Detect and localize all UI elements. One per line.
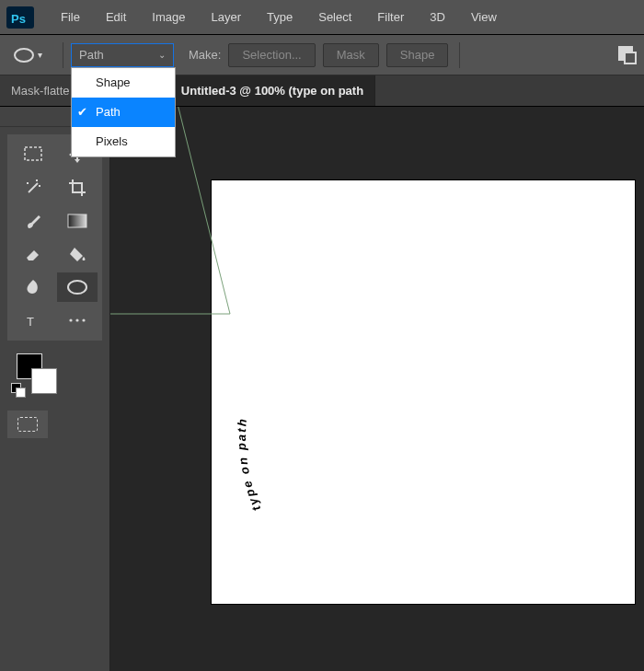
svg-text:Ps: Ps [11, 12, 26, 26]
ellipse-shape-tool[interactable] [57, 272, 98, 302]
more-tools[interactable] [57, 306, 98, 335]
paint-bucket-tool[interactable] [57, 239, 98, 269]
separator [459, 42, 460, 68]
color-swatches[interactable] [7, 352, 102, 403]
tab-label: Mask-flatte [11, 84, 70, 98]
path-operations-icon[interactable] [618, 46, 637, 64]
smudge-tool[interactable] [13, 272, 53, 302]
app-logo-icon: Ps [6, 6, 35, 29]
eraser-tool[interactable] [13, 239, 53, 269]
marquee-tool[interactable] [13, 140, 53, 169]
quick-mask-icon [17, 417, 38, 432]
svg-text:type on path: type on path [235, 417, 263, 514]
canvas-viewport[interactable]: type on path [110, 107, 644, 671]
workspace: « ≡ [0, 107, 644, 671]
tool-preset-picker[interactable]: ▾ [7, 42, 48, 68]
crop-tool[interactable] [57, 173, 98, 202]
menu-edit[interactable]: Edit [93, 0, 139, 35]
ellipse-icon [14, 48, 34, 63]
quick-mask-toggle[interactable] [7, 411, 48, 438]
tool-mode-option-pixels[interactable]: Pixels [72, 127, 175, 156]
tool-mode-value: Path [79, 48, 104, 62]
tools-grid: T [7, 134, 102, 341]
type-tool[interactable]: T [13, 306, 53, 335]
svg-point-8 [82, 318, 85, 321]
svg-text:T: T [27, 315, 34, 329]
menu-type[interactable]: Type [254, 0, 305, 35]
chevron-down-icon: ▾ [38, 50, 42, 60]
magic-wand-tool[interactable] [13, 173, 53, 202]
make-selection-button[interactable]: Selection... [228, 43, 315, 67]
menu-items: File Edit Image Layer Type Select Filter… [48, 0, 510, 35]
make-mask-button[interactable]: Mask [323, 43, 379, 67]
menu-file[interactable]: File [48, 0, 93, 35]
svg-point-6 [69, 318, 72, 321]
menu-layer[interactable]: Layer [199, 0, 255, 35]
options-bar: ▾ Path ⌄ Shape ✔ Path Pixels Make: Selec… [0, 35, 644, 75]
tool-mode-option-shape[interactable]: Shape [72, 68, 175, 98]
menu-select[interactable]: Select [305, 0, 364, 35]
document-tab[interactable]: Mask-flatte [0, 75, 82, 106]
svg-point-4 [68, 281, 86, 294]
menu-3d[interactable]: 3D [417, 0, 458, 35]
svg-rect-3 [68, 214, 86, 227]
tab-label: Untitled-3 @ 100% (type on path [181, 84, 363, 98]
menu-filter[interactable]: Filter [364, 0, 417, 35]
chevron-down-icon: ⌄ [158, 50, 166, 60]
options-right-group [618, 46, 637, 64]
brush-tool[interactable] [13, 206, 53, 236]
default-colors-icon[interactable] [11, 383, 26, 398]
document-canvas[interactable]: type on path [212, 180, 635, 604]
type-on-path-text: type on path [212, 180, 635, 604]
gradient-tool[interactable] [57, 206, 98, 236]
check-icon: ✔ [77, 105, 87, 119]
tool-mode-options-list: Shape ✔ Path Pixels [71, 67, 176, 157]
menu-view[interactable]: View [458, 0, 510, 35]
svg-rect-2 [25, 147, 41, 160]
document-tab-active[interactable]: Untitled-3 @ 100% (type on path [170, 75, 375, 106]
tool-mode-option-path[interactable]: ✔ Path [72, 98, 175, 127]
make-label: Make: [189, 48, 221, 62]
main-menubar: Ps File Edit Image Layer Type Select Fil… [0, 0, 644, 35]
tools-panel: « ≡ [0, 107, 110, 671]
svg-point-7 [75, 318, 78, 321]
background-color-swatch[interactable] [31, 368, 57, 394]
tool-mode-dropdown[interactable]: Path ⌄ Shape ✔ Path Pixels [71, 43, 174, 67]
separator [63, 42, 63, 68]
path-text-content: type on path [235, 417, 263, 514]
make-shape-button[interactable]: Shape [386, 43, 449, 67]
menu-image[interactable]: Image [139, 0, 198, 35]
